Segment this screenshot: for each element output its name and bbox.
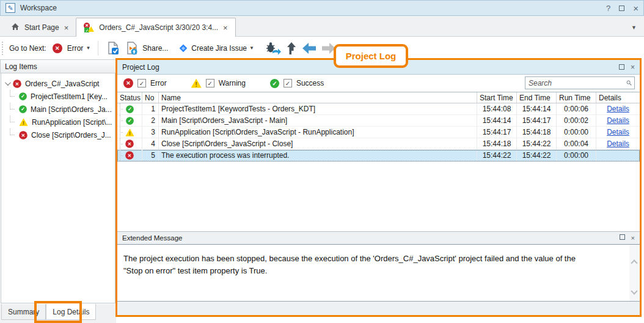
filter-label: Error: [150, 79, 167, 87]
left-arrow-icon: [302, 42, 317, 54]
maximize-icon[interactable]: [619, 6, 624, 11]
chevron-down-icon[interactable]: ▼: [86, 45, 90, 51]
maximize-icon[interactable]: [619, 64, 624, 70]
warning-icon: [125, 128, 134, 136]
error-icon: [125, 139, 134, 148]
scroll-down-icon[interactable]: [631, 288, 637, 294]
chevron-expanded-icon[interactable]: [5, 80, 11, 86]
row-run-time: 0:00:06: [557, 103, 596, 114]
filter-bar: Error Warning Success: [117, 75, 640, 92]
chevron-down-icon[interactable]: ▼: [249, 45, 254, 51]
extended-message-text: The project execution has been stopped, …: [117, 245, 588, 277]
filter-label: Warning: [219, 79, 246, 87]
report-check-icon: [106, 41, 120, 56]
tree-item[interactable]: Main [Script\Orders_Ja...: [1, 103, 115, 116]
table-row[interactable]: 1 ProjectTestItem1 [KeywordTests - Order…: [117, 103, 640, 115]
row-end-time: 15:44:18: [517, 127, 557, 138]
column-header[interactable]: Status: [117, 92, 142, 103]
row-end-time: 15:44:22: [517, 150, 557, 161]
row-run-time: 0:00:00: [557, 127, 596, 138]
row-number: 4: [142, 138, 159, 149]
error-icon: [125, 151, 134, 160]
up-arrow-icon: [286, 42, 297, 55]
column-header[interactable]: Start Time: [477, 92, 517, 103]
tree-item[interactable]: ProjectTestItem1 [Key...: [1, 90, 115, 103]
extended-message-header: Extended Message ×: [117, 231, 640, 245]
create-jira-issue-button[interactable]: Create Jira Issue: [191, 44, 247, 53]
table-row[interactable]: 3 RunApplication [Script\Orders_JavaScri…: [117, 127, 640, 138]
column-header[interactable]: Details: [596, 92, 640, 103]
column-header[interactable]: Name: [159, 92, 477, 103]
tree-item-label: Orders_C#_JavaScript: [25, 80, 99, 88]
jira-icon: [178, 43, 189, 54]
close-icon[interactable]: ×: [631, 63, 635, 72]
go-to-parent-button[interactable]: [286, 42, 297, 55]
rerun-failed-tests-button[interactable]: [265, 42, 281, 55]
row-end-time: 15:44:14: [517, 103, 557, 114]
row-number: 5: [142, 150, 159, 161]
go-to-next-value[interactable]: Error: [67, 44, 84, 53]
tree-item-root[interactable]: Orders_C#_JavaScript: [1, 77, 115, 90]
project-log-callout: Project Log: [334, 44, 408, 68]
column-header[interactable]: No: [142, 92, 159, 103]
details-link[interactable]: Details: [607, 139, 629, 148]
workspace-window: Workspace ? × Start Page × Orders_C#_Jav…: [0, 0, 644, 323]
row-end-time: 15:44:22: [517, 138, 557, 149]
column-header[interactable]: Run Time: [557, 92, 596, 103]
row-run-time: 0:00:00: [557, 150, 596, 161]
tab-orders-log[interactable]: Orders_C#_JavaScript 3/30/20 3:4... ×: [76, 18, 235, 37]
warning-icon: [191, 79, 202, 88]
error-icon: [53, 43, 62, 53]
tab-close-icon[interactable]: ×: [64, 23, 69, 32]
details-link[interactable]: Details: [607, 105, 629, 113]
maximize-icon[interactable]: [620, 234, 625, 240]
table-row-selected[interactable]: 5 The execution process was interrupted.…: [117, 150, 640, 162]
toolbar-grip[interactable]: [2, 42, 4, 55]
log-items-tree: Orders_C#_JavaScript ProjectTestItem1 [K…: [1, 73, 115, 303]
error-checkbox[interactable]: [137, 79, 146, 87]
home-icon: [11, 23, 20, 32]
tab-start-page[interactable]: Start Page ×: [4, 19, 76, 36]
tab-label: Start Page: [24, 23, 59, 32]
row-name: Main [Script\Orders_JavaScript - Main]: [159, 115, 477, 126]
filter-label: Success: [296, 79, 324, 87]
row-name: Close [Script\Orders_JavaScript - Close]: [159, 138, 477, 149]
error-icon: [19, 131, 27, 139]
tab-close-icon[interactable]: ×: [223, 23, 228, 32]
column-header[interactable]: End Time: [517, 92, 557, 103]
help-icon[interactable]: ?: [606, 4, 610, 13]
row-run-time: 0:00:04: [557, 138, 596, 149]
export-results-button[interactable]: [125, 41, 140, 56]
row-number: 1: [142, 103, 159, 114]
row-number: 3: [142, 127, 159, 138]
close-icon[interactable]: ×: [631, 234, 635, 242]
tree-item[interactable]: Close [Script\Orders_J...: [1, 128, 115, 141]
search-icon[interactable]: [626, 79, 632, 87]
table-row[interactable]: 4 Close [Script\Orders_JavaScript - Clos…: [117, 138, 640, 150]
panel-footer-strip: [117, 301, 640, 315]
select-results-button[interactable]: [106, 41, 120, 56]
log-items-title: Log Items: [5, 62, 37, 71]
details-link[interactable]: Details: [607, 116, 629, 125]
details-link[interactable]: Details: [607, 128, 629, 136]
toolbar-separator: [98, 41, 98, 56]
log-table-header: Status No Name Start Time End Time Run T…: [117, 92, 640, 103]
success-checkbox[interactable]: [284, 79, 292, 87]
row-name: ProjectTestItem1 [KeywordTests - Orders_…: [159, 103, 477, 114]
log-items-header: Log Items: [0, 59, 116, 73]
back-button[interactable]: [302, 42, 317, 54]
search-input[interactable]: [525, 79, 626, 87]
extended-message-title: Extended Message: [122, 234, 182, 242]
warning-checkbox[interactable]: [206, 79, 214, 87]
scrollbar[interactable]: [629, 245, 640, 301]
tree-item[interactable]: RunApplication [Script\...: [1, 116, 115, 128]
workspace-icon: [5, 3, 15, 13]
share-button[interactable]: Share...: [142, 44, 168, 53]
extended-message-body: The project execution has been stopped, …: [117, 245, 640, 301]
window-title: Workspace: [20, 4, 57, 12]
close-icon[interactable]: ×: [633, 3, 639, 13]
scroll-up-icon[interactable]: [631, 259, 637, 266]
table-row[interactable]: 2 Main [Script\Orders_JavaScript - Main]…: [117, 115, 640, 127]
tab-list-dropdown-icon[interactable]: ▼: [631, 24, 637, 31]
row-run-time: 0:00:02: [557, 115, 596, 126]
